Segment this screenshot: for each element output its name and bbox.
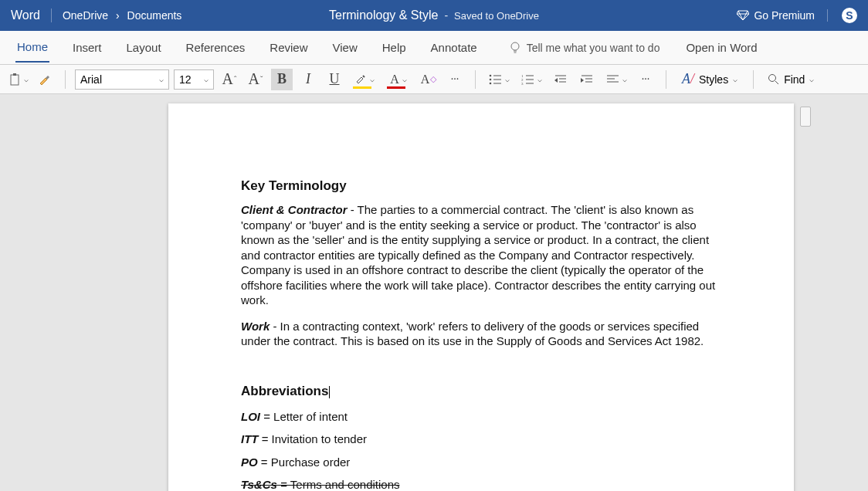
tell-me-placeholder: Tell me what you want to do xyxy=(527,42,660,54)
text: = Invitation to tender xyxy=(259,432,368,445)
document-body[interactable]: Key Terminology Client & Contractor - Th… xyxy=(241,178,721,491)
shrink-font-button[interactable]: Aˇ xyxy=(245,69,266,90)
abbr-line-loi: LOI = Letter of intent xyxy=(241,409,721,425)
heading-abbreviations: Abbreviations xyxy=(241,383,721,400)
breadcrumb-sep: › xyxy=(116,9,120,22)
svg-text:3: 3 xyxy=(521,82,524,85)
decrease-indent-button[interactable] xyxy=(550,69,571,90)
ribbon-tabs: Home Insert Layout References Review Vie… xyxy=(0,31,868,65)
go-premium-button[interactable]: Go Premium xyxy=(737,9,828,22)
heading-key-terminology: Key Terminology xyxy=(241,178,721,195)
heading-abbreviations-text: Abbreviations xyxy=(241,384,328,398)
tab-home[interactable]: Home xyxy=(15,32,49,63)
tab-annotate[interactable]: Annotate xyxy=(429,33,479,62)
svg-point-5 xyxy=(489,78,491,80)
paragraph-work: Work - In a contracting context, 'work' … xyxy=(241,319,721,349)
svg-point-7 xyxy=(489,82,491,84)
text: - In a contracting context, 'work' refer… xyxy=(241,320,704,348)
abbr-po: PO xyxy=(241,455,258,469)
tab-view[interactable]: View xyxy=(331,33,358,62)
chevron-down-icon: ⌵ xyxy=(370,75,375,83)
find-button[interactable]: Find ⌵ xyxy=(763,73,819,86)
tab-layout[interactable]: Layout xyxy=(125,33,163,62)
document-title[interactable]: Terminology & Style xyxy=(329,8,438,22)
chevron-down-icon: ⌵ xyxy=(402,75,407,83)
find-label: Find xyxy=(784,73,805,86)
chevron-down-icon: ⌵ xyxy=(733,75,737,83)
lightbulb-icon xyxy=(510,41,520,55)
abbr-itt: ITT xyxy=(241,432,259,445)
font-size-value: 12 xyxy=(179,73,199,86)
styles-label: Styles xyxy=(699,73,728,86)
chevron-down-icon: ⌵ xyxy=(204,75,209,83)
title-center: Terminology & Style - Saved to OneDrive xyxy=(329,8,539,22)
bold-button[interactable]: B xyxy=(271,69,293,90)
tab-review[interactable]: Review xyxy=(268,33,309,62)
paste-button[interactable]: ⌵ xyxy=(8,69,29,90)
ruler-collapse-button[interactable] xyxy=(800,107,811,127)
abbr-line-itt: ITT = Invitation to tender xyxy=(241,432,721,447)
tab-insert[interactable]: Insert xyxy=(71,33,103,62)
separator xyxy=(475,70,476,89)
clear-formatting-button[interactable]: A◇ xyxy=(418,69,439,90)
font-size-select[interactable]: 12 ⌵ xyxy=(174,69,214,90)
text-cursor xyxy=(329,386,330,398)
title-bar: Word OneDrive › Documents Terminology & … xyxy=(0,0,868,31)
text: = Terms and conditions xyxy=(277,478,400,491)
styles-button[interactable]: A/ Styles ⌵ xyxy=(676,71,744,87)
chevron-down-icon: ⌵ xyxy=(809,75,814,83)
font-name-value: Arial xyxy=(80,73,154,86)
svg-point-3 xyxy=(489,74,491,76)
text: = Letter of intent xyxy=(260,410,348,423)
font-name-select[interactable]: Arial ⌵ xyxy=(75,69,169,90)
text: = Purchase order xyxy=(258,455,351,469)
abbr-line-po: PO = Purchase order xyxy=(241,455,721,470)
more-paragraph-options-button[interactable]: ··· xyxy=(635,69,656,90)
chevron-down-icon: ⌵ xyxy=(24,75,29,83)
breadcrumb-leaf: Documents xyxy=(127,9,182,22)
tell-me-search[interactable]: Tell me what you want to do xyxy=(510,41,660,55)
svg-point-0 xyxy=(511,42,519,50)
go-premium-label: Go Premium xyxy=(754,9,815,22)
more-font-options-button[interactable]: ··· xyxy=(444,69,466,90)
search-icon xyxy=(768,73,779,85)
font-color-button[interactable]: A ⌵ xyxy=(384,69,413,90)
separator xyxy=(65,70,66,89)
format-painter-button[interactable] xyxy=(34,69,56,90)
tab-help[interactable]: Help xyxy=(381,33,408,62)
chevron-down-icon: ⌵ xyxy=(537,75,542,83)
app-name: Word xyxy=(11,8,52,22)
ribbon-toolbar: ⌵ Arial ⌵ 12 ⌵ Aˆ Aˇ B I U ⌵ A ⌵ A◇ ··· … xyxy=(0,65,868,94)
title-dash: - xyxy=(444,9,448,22)
svg-rect-1 xyxy=(11,75,19,85)
separator xyxy=(753,70,754,89)
italic-button[interactable]: I xyxy=(297,69,319,90)
bullets-button[interactable]: ⌵ xyxy=(485,69,513,90)
chevron-down-icon: ⌵ xyxy=(505,75,510,83)
separator xyxy=(666,70,666,89)
skype-icon[interactable]: S xyxy=(842,8,857,23)
highlight-color-button[interactable]: ⌵ xyxy=(350,69,379,90)
tab-references[interactable]: References xyxy=(185,33,247,62)
saved-status: Saved to OneDrive xyxy=(454,10,539,22)
abbr-loi: LOI xyxy=(241,410,260,423)
diamond-icon xyxy=(737,10,749,21)
abbr-tscs: Ts&Cs xyxy=(241,478,277,491)
term-client-contractor: Client & Contractor xyxy=(241,203,348,216)
document-canvas[interactable]: Key Terminology Client & Contractor - Th… xyxy=(0,94,868,491)
open-in-word-button[interactable]: Open in Word xyxy=(684,33,758,62)
breadcrumb[interactable]: OneDrive › Documents xyxy=(63,9,181,22)
svg-rect-2 xyxy=(13,73,16,76)
breadcrumb-root: OneDrive xyxy=(63,9,108,22)
grow-font-button[interactable]: Aˆ xyxy=(219,69,240,90)
text: - The parties to a commercial contract. … xyxy=(241,203,715,306)
increase-indent-button[interactable] xyxy=(576,69,598,90)
underline-button[interactable]: U xyxy=(324,69,345,90)
svg-line-25 xyxy=(775,81,778,84)
styles-icon: A/ xyxy=(682,71,694,87)
svg-point-24 xyxy=(769,75,776,82)
align-button[interactable]: ⌵ xyxy=(602,69,630,90)
chevron-down-icon: ⌵ xyxy=(622,75,627,83)
page[interactable]: Key Terminology Client & Contractor - Th… xyxy=(168,103,794,491)
numbering-button[interactable]: 123 ⌵ xyxy=(517,69,545,90)
